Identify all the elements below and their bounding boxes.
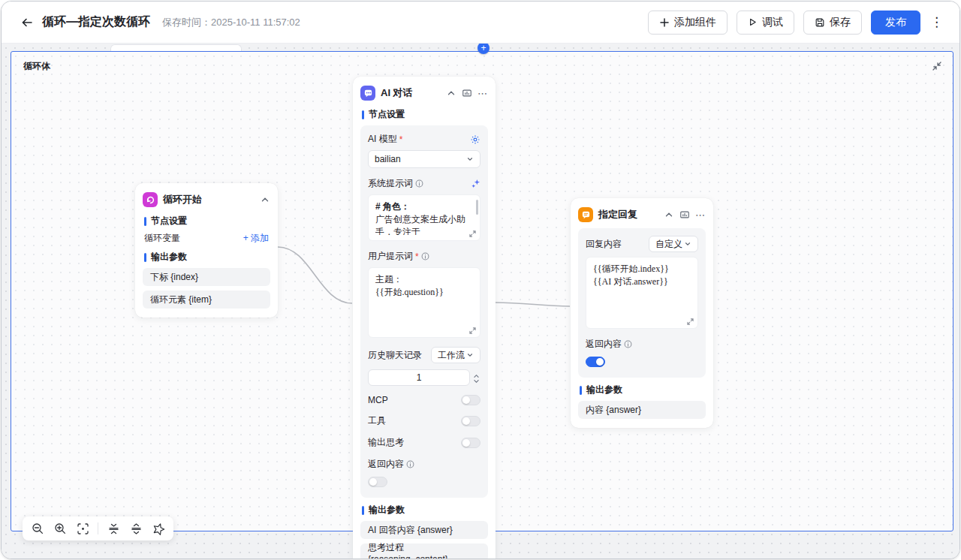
section-bar: [144, 217, 146, 226]
play-icon: [748, 17, 758, 27]
section-node-settings: 节点设置: [362, 108, 487, 121]
node-title: 指定回复: [598, 208, 658, 221]
plus-icon: [659, 17, 670, 28]
section-bar: [362, 506, 364, 515]
node-panel-icon[interactable]: [462, 88, 472, 98]
section-bar: [362, 110, 364, 119]
node-more-icon[interactable]: ⋯: [477, 89, 488, 98]
auto-layout-icon[interactable]: [148, 518, 169, 539]
zoom-in-icon[interactable]: [50, 518, 71, 539]
node-title: AI 对话: [381, 86, 441, 100]
workflow-canvas[interactable]: 循环体 + 循环开始: [2, 44, 959, 558]
tools-toggle[interactable]: [461, 416, 480, 426]
mcp-label: MCP: [368, 395, 388, 405]
loop-body-label: 循环体: [23, 60, 50, 73]
expand-textarea-icon[interactable]: [469, 327, 476, 334]
history-mode-select[interactable]: 工作流: [431, 347, 480, 363]
save-time: 保存时间：2025-10-11 11:57:02: [162, 16, 300, 29]
model-settings-gear-icon[interactable]: [470, 134, 480, 145]
node-title: 循环开始: [163, 193, 255, 206]
header: 循环—指定次数循环 保存时间：2025-10-11 11:57:02 添加组件 …: [2, 2, 959, 44]
fit-view-icon[interactable]: [72, 518, 93, 539]
section-node-settings: 节点设置: [144, 215, 269, 227]
return-content-toggle[interactable]: [586, 357, 605, 367]
section-output-params: 输出参数: [144, 251, 269, 263]
output-thinking-toggle[interactable]: [461, 438, 480, 448]
page-title: 循环—指定次数循环: [42, 14, 150, 30]
publish-button[interactable]: 发布: [871, 11, 920, 35]
canvas-toolbar: [23, 516, 173, 540]
reply-icon: [578, 207, 593, 222]
output-param-content: 内容 {answer}: [578, 401, 706, 419]
model-select[interactable]: bailian: [368, 150, 480, 168]
tools-label: 工具: [368, 414, 386, 427]
collapse-node-icon[interactable]: [664, 209, 674, 220]
toolbar-divider: [98, 522, 98, 534]
output-param-answer: AI 回答内容 {answer}: [360, 521, 488, 539]
history-label: 历史聊天记录: [368, 349, 422, 362]
expand-textarea-icon[interactable]: [687, 318, 694, 325]
ai-optimize-sparkle-icon[interactable]: [471, 179, 480, 188]
save-icon: [815, 17, 825, 28]
add-node-plus-button[interactable]: +: [477, 42, 490, 54]
info-icon: [421, 252, 429, 260]
collapse-node-icon[interactable]: [260, 194, 270, 205]
collapse-node-icon[interactable]: [446, 88, 456, 98]
node-more-icon[interactable]: ⋯: [695, 210, 706, 220]
chevron-down-icon: [684, 240, 691, 248]
more-menu-icon[interactable]: ⋮: [929, 14, 944, 30]
expand-nodes-icon[interactable]: [125, 518, 146, 539]
user-prompt-label: 用户提示词*: [368, 250, 429, 263]
section-output-params: 输出参数: [362, 504, 487, 516]
output-thinking-label: 输出思考: [368, 436, 404, 449]
ai-chat-icon: [360, 86, 375, 101]
user-prompt-textarea[interactable]: 主题： {{开始.question}}: [368, 267, 480, 338]
textarea-scrollbar[interactable]: [476, 200, 478, 215]
system-prompt-label: 系统提示词: [368, 177, 423, 190]
save-button[interactable]: 保存: [803, 11, 862, 35]
return-content-label: 返回内容: [368, 458, 414, 471]
return-content-label: 返回内容: [586, 338, 632, 351]
system-prompt-textarea[interactable]: # 角色： 广告创意文案生成小助手，专注于 为用户提供高质量、创新性的广告: [368, 194, 480, 241]
debug-button[interactable]: 调试: [737, 11, 794, 35]
reply-settings-panel: 回复内容 自定义 {{循环开始.index}} {{AI 对话.answer}}…: [578, 228, 706, 378]
zoom-out-icon[interactable]: [27, 518, 48, 539]
back-button[interactable]: [17, 12, 38, 33]
info-icon: [415, 179, 423, 188]
info-icon: [406, 460, 414, 468]
info-icon: [624, 340, 632, 348]
node-ai-chat[interactable]: AI 对话 ⋯ 节点设置: [353, 77, 496, 559]
expand-textarea-icon[interactable]: [469, 230, 476, 237]
reply-content-label: 回复内容: [586, 238, 622, 251]
app-window: 循环体 + 循环开始: [1, 1, 960, 559]
output-param-reasoning: 思考过程 {reasoning_content}: [360, 543, 488, 559]
ai-settings-panel: AI 模型* bailian 系统提示词: [360, 125, 488, 498]
output-param-item: 循环元素 {item}: [143, 291, 270, 309]
output-param-index: 下标 {index}: [143, 268, 270, 286]
collapse-nodes-icon[interactable]: [103, 518, 124, 539]
node-panel-icon[interactable]: [679, 209, 690, 220]
node-reply[interactable]: 指定回复 ⋯ 回复内容 自定义: [571, 198, 713, 428]
add-component-button[interactable]: 添加组件: [648, 11, 728, 35]
ai-model-label: AI 模型*: [368, 133, 402, 146]
mcp-toggle[interactable]: [461, 395, 480, 405]
node-loop-start[interactable]: 循环开始 节点设置 循环变量 + 添加 输出参数 下标 {index}: [135, 183, 278, 318]
loop-variable-label: 循环变量: [144, 232, 180, 245]
section-output-params: 输出参数: [580, 384, 704, 396]
section-bar: [144, 253, 146, 262]
add-loop-variable-link[interactable]: + 添加: [243, 232, 269, 245]
number-stepper[interactable]: [473, 370, 480, 387]
back-arrow-icon: [20, 16, 34, 29]
section-bar: [580, 386, 582, 395]
reply-mode-select[interactable]: 自定义: [649, 236, 698, 252]
chevron-down-icon: [466, 351, 474, 359]
chevron-down-icon: [466, 155, 474, 163]
reply-content-textarea[interactable]: {{循环开始.index}} {{AI 对话.answer}}: [586, 257, 698, 329]
return-content-toggle[interactable]: [368, 477, 387, 487]
loop-start-icon: [143, 192, 158, 207]
history-rounds-input[interactable]: 1: [368, 369, 470, 386]
collapse-loop-icon[interactable]: [930, 59, 944, 73]
